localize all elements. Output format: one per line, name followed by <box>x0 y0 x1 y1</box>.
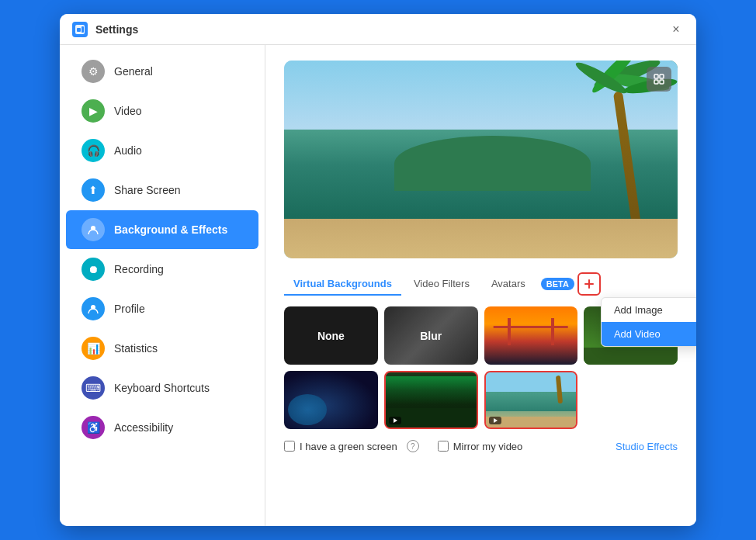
sidebar-item-statistics[interactable]: 📊 Statistics <box>66 329 258 368</box>
green-screen-help-icon[interactable]: ? <box>407 440 419 452</box>
svg-rect-1 <box>77 28 81 32</box>
add-background-dropdown: Add Image Add Video <box>601 297 696 347</box>
aurora-video-indicator <box>389 417 401 424</box>
green-screen-checkbox-label[interactable]: I have a green screen <box>284 441 397 452</box>
add-video-option[interactable]: Add Video <box>602 322 696 346</box>
background-icon <box>81 218 105 241</box>
sidebar-item-audio[interactable]: 🎧 Audio <box>66 131 258 170</box>
svg-marker-12 <box>494 418 498 423</box>
beta-badge: BETA <box>541 278 574 290</box>
video-icon: ▶ <box>81 99 105 123</box>
svg-rect-10 <box>584 283 594 285</box>
settings-window: Settings × ⚙ General ▶ Video 🎧 Audio ⬆ <box>60 14 696 526</box>
svg-rect-8 <box>660 80 664 84</box>
green-screen-label: I have a green screen <box>300 441 397 452</box>
sidebar-label-background: Background & Effects <box>114 223 227 236</box>
bg-blur-label: Blur <box>420 330 442 342</box>
sidebar-item-share-screen[interactable]: ⬆ Share Screen <box>66 171 258 209</box>
add-background-button[interactable] <box>577 272 601 296</box>
bg-space[interactable] <box>284 371 378 429</box>
tabs-row: Virtual Backgrounds Video Filters Avatar… <box>284 272 678 296</box>
sidebar-label-share-screen: Share Screen <box>114 184 181 196</box>
main-panel: Virtual Backgrounds Video Filters Avatar… <box>265 45 696 526</box>
tab-virtual-backgrounds[interactable]: Virtual Backgrounds <box>284 273 401 296</box>
sidebar-label-audio: Audio <box>114 144 142 157</box>
preview-expand-button[interactable] <box>647 67 671 92</box>
footer-row: I have a green screen ? Mirror my video … <box>284 440 678 452</box>
general-icon: ⚙ <box>81 60 105 83</box>
add-background-container: Add Image Add Video <box>577 272 601 296</box>
green-screen-checkbox[interactable] <box>284 441 295 452</box>
profile-icon <box>81 297 105 320</box>
sidebar-label-recording: Recording <box>114 263 164 275</box>
bg-aurora[interactable] <box>384 371 478 429</box>
sidebar: ⚙ General ▶ Video 🎧 Audio ⬆ Share Screen <box>60 45 265 526</box>
app-logo <box>72 22 88 37</box>
svg-marker-11 <box>394 418 397 423</box>
add-image-option[interactable]: Add Image <box>602 298 696 322</box>
mirror-checkbox-label[interactable]: Mirror my video <box>438 441 523 452</box>
island <box>394 136 591 191</box>
svg-rect-2 <box>81 26 84 33</box>
svg-rect-7 <box>654 80 658 84</box>
svg-rect-5 <box>654 74 658 78</box>
content-area: ⚙ General ▶ Video 🎧 Audio ⬆ Share Screen <box>60 45 696 526</box>
camera-preview <box>284 61 678 258</box>
sidebar-item-video[interactable]: ▶ Video <box>66 92 258 130</box>
preview-background <box>284 61 678 258</box>
mirror-label: Mirror my video <box>453 441 523 452</box>
share-screen-icon: ⬆ <box>81 178 105 202</box>
studio-effects-link[interactable]: Studio Effects <box>616 441 678 452</box>
audio-icon: 🎧 <box>81 139 105 162</box>
bg-blur[interactable]: Blur <box>384 306 478 365</box>
sidebar-label-accessibility: Accessibility <box>114 421 173 434</box>
sidebar-item-background[interactable]: Background & Effects <box>66 210 258 249</box>
tab-avatars[interactable]: Avatars <box>482 273 535 296</box>
bg-bridge[interactable] <box>484 306 578 365</box>
sidebar-item-general[interactable]: ⚙ General <box>66 52 258 91</box>
recording-icon: ⏺ <box>81 258 105 281</box>
svg-rect-6 <box>660 74 664 78</box>
tab-video-filters[interactable]: Video Filters <box>404 273 479 296</box>
window-title: Settings <box>95 23 668 36</box>
accessibility-icon: ♿ <box>81 416 105 439</box>
bg-none[interactable]: None <box>284 306 378 365</box>
sidebar-label-statistics: Statistics <box>114 342 158 355</box>
sidebar-label-video: Video <box>114 105 142 117</box>
bg-beach2[interactable] <box>484 371 578 429</box>
statistics-icon: 📊 <box>81 337 105 360</box>
sidebar-label-profile: Profile <box>114 303 145 315</box>
mirror-checkbox[interactable] <box>438 441 449 452</box>
close-button[interactable]: × <box>668 22 684 37</box>
sidebar-label-keyboard-shortcuts: Keyboard Shortcuts <box>114 382 210 394</box>
sidebar-item-accessibility[interactable]: ♿ Accessibility <box>66 408 258 447</box>
sidebar-item-profile[interactable]: Profile <box>66 289 258 328</box>
titlebar: Settings × <box>60 14 696 45</box>
beach2-video-indicator <box>489 417 501 424</box>
sidebar-item-recording[interactable]: ⏺ Recording <box>66 250 258 289</box>
keyboard-icon: ⌨ <box>81 376 105 400</box>
beach-sand <box>284 219 678 258</box>
sidebar-item-keyboard-shortcuts[interactable]: ⌨ Keyboard Shortcuts <box>66 369 258 407</box>
bg-none-label: None <box>317 330 345 342</box>
sidebar-label-general: General <box>114 65 153 78</box>
